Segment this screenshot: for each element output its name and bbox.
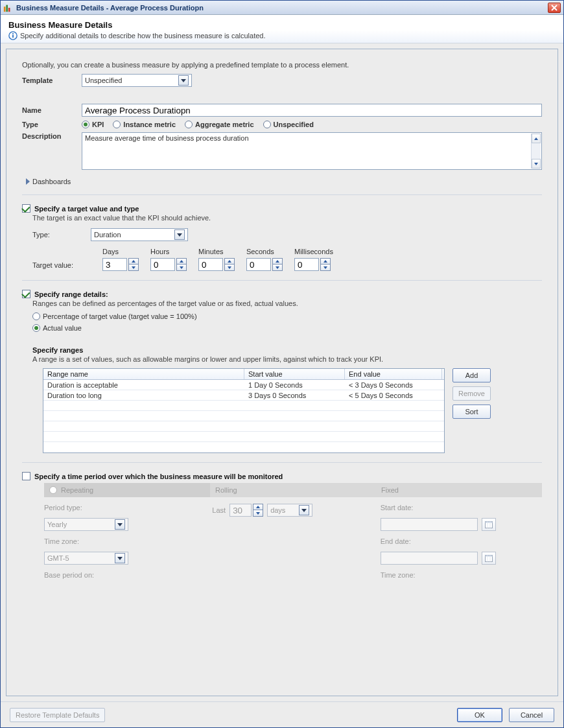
target-hint: The target is an exact value that the KP… <box>32 214 542 222</box>
period-tabbar: Repeating Rolling Fixed <box>44 483 542 497</box>
hours-label: Hours <box>150 248 187 255</box>
col-start-value[interactable]: Start value <box>244 369 345 379</box>
period-type-select: Yearly <box>44 518 128 531</box>
type-radio-kpi[interactable]: KPI <box>82 121 104 128</box>
svg-rect-1 <box>6 5 8 12</box>
rolling-qty-stepper <box>229 504 263 517</box>
hours-stepper[interactable] <box>150 258 187 271</box>
window-title: Business Measure Details - Average Proce… <box>16 4 204 12</box>
description-field[interactable]: Measure average time of business process… <box>82 132 542 170</box>
specify-ranges-hint: A range is a set of values, such as allo… <box>32 355 542 363</box>
col-end-value[interactable]: End value <box>345 369 442 379</box>
content-scroll[interactable]: Optionally, you can create a business me… <box>6 49 558 696</box>
intro-text: Optionally, you can create a business me… <box>22 61 542 69</box>
svg-rect-2 <box>8 8 10 12</box>
tab-fixed: Fixed <box>376 483 542 497</box>
end-date-field <box>381 552 478 565</box>
page-title: Business Measure Details <box>8 20 556 30</box>
fixed-timezone-label: Time zone: <box>381 571 542 579</box>
dialog-window: Business Measure Details - Average Proce… <box>0 0 564 728</box>
triangle-right-icon <box>26 178 30 185</box>
col-range-name[interactable]: Range name <box>43 369 244 379</box>
sort-button[interactable]: Sort <box>452 405 491 419</box>
minutes-stepper[interactable] <box>198 258 235 271</box>
add-button[interactable]: Add <box>452 368 491 382</box>
range-checkbox[interactable] <box>22 290 30 298</box>
remove-button: Remove <box>452 386 491 401</box>
svg-rect-0 <box>4 6 6 12</box>
dashboards-disclosure[interactable]: Dashboards <box>26 178 542 185</box>
textarea-scrollbar[interactable] <box>531 134 541 169</box>
rolling-last-label: Last <box>212 506 226 514</box>
description-label: Description <box>22 132 82 140</box>
svg-rect-11 <box>485 556 492 557</box>
chevron-down-icon <box>299 505 309 515</box>
specify-ranges-title: Specify ranges <box>32 346 542 354</box>
tab-rolling: Rolling <box>210 483 376 497</box>
template-value: Unspecified <box>85 76 122 84</box>
type-radio-unspecified[interactable]: Unspecified <box>263 121 314 128</box>
base-period-label: Base period on: <box>44 571 206 579</box>
tab-repeating: Repeating <box>44 483 210 497</box>
target-value-label: Target value: <box>32 261 91 271</box>
range-radio-percentage[interactable]: Percentage of target value (target value… <box>32 312 542 320</box>
table-row[interactable]: Duration is acceptable 1 Day 0 Seconds <… <box>43 380 444 390</box>
target-type-label: Type: <box>32 231 91 239</box>
target-checkbox[interactable] <box>22 204 30 213</box>
seconds-label: Seconds <box>246 248 283 255</box>
ms-label: Milliseconds <box>294 248 333 255</box>
name-label: Name <box>22 106 82 114</box>
period-title: Specify a time period over which the bus… <box>34 473 283 480</box>
rolling-unit-select: days <box>267 504 312 517</box>
ok-button[interactable]: OK <box>457 708 502 722</box>
calendar-icon <box>482 552 496 565</box>
ranges-table[interactable]: Range name Start value End value Duratio… <box>43 368 445 453</box>
restore-defaults-button: Restore Template Defaults <box>10 708 105 722</box>
svg-rect-7 <box>485 522 492 523</box>
table-row[interactable]: Duration too long 3 Days 0 Seconds < 5 D… <box>43 390 444 401</box>
end-date-label: End date: <box>381 537 542 545</box>
range-radio-actual[interactable]: Actual value <box>32 324 542 332</box>
target-type-select[interactable]: Duration <box>91 228 188 241</box>
ms-stepper[interactable] <box>294 258 333 271</box>
timezone-label: Time zone: <box>44 537 206 545</box>
close-button[interactable] <box>548 3 561 13</box>
name-field[interactable] <box>82 104 542 117</box>
days-label: Days <box>102 248 139 255</box>
timezone-select: GMT-5 <box>44 552 128 565</box>
chevron-down-icon <box>115 553 125 563</box>
page-subtitle: Specify additional details to describe h… <box>20 32 266 40</box>
type-radio-aggregate[interactable]: Aggregate metric <box>185 121 253 128</box>
target-title: Specify a target value and type <box>34 205 139 213</box>
calendar-icon <box>482 518 496 531</box>
start-date-label: Start date: <box>381 504 542 511</box>
range-title: Specify range details: <box>34 290 108 298</box>
type-label: Type <box>22 121 82 128</box>
type-radio-instance[interactable]: Instance metric <box>113 121 176 128</box>
chevron-down-icon <box>174 229 185 240</box>
svg-rect-5 <box>12 33 14 34</box>
seconds-stepper[interactable] <box>246 258 283 271</box>
chevron-down-icon <box>178 75 189 86</box>
dialog-footer: Restore Template Defaults OK Cancel <box>1 701 563 727</box>
info-icon <box>8 31 18 40</box>
svg-rect-4 <box>12 35 14 38</box>
template-label: Template <box>22 76 82 84</box>
app-icon <box>3 3 12 12</box>
cancel-button[interactable]: Cancel <box>509 708 554 722</box>
period-checkbox[interactable] <box>22 472 30 480</box>
range-hint: Ranges can be defined as percentages of … <box>32 299 542 307</box>
template-select[interactable]: Unspecified <box>82 74 192 87</box>
chevron-down-icon <box>115 519 125 530</box>
minutes-label: Minutes <box>198 248 235 255</box>
title-bar[interactable]: Business Measure Details - Average Proce… <box>1 1 563 15</box>
period-type-label: Period type: <box>44 504 206 511</box>
start-date-field <box>381 518 478 531</box>
dialog-header: Business Measure Details Specify additio… <box>1 15 563 43</box>
days-stepper[interactable] <box>102 258 139 271</box>
